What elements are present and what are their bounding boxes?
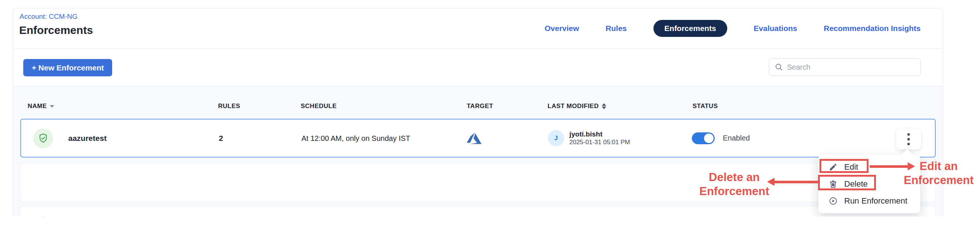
enforcements-page: Account: CCM-NG Enforcements Overview Ru… [0,0,980,239]
sort-both-icon [602,103,606,109]
edit-annotation-line2: Enforcement [899,173,978,187]
column-header-last-modified-label: LAST MODIFIED [547,102,599,110]
enforcements-table: NAME RULES SCHEDULE TARGET LAST MODIFIED… [13,86,943,239]
search-icon [775,63,783,72]
last-modified-cell: J jyoti.bisht 2025-01-31 05:01 PM [548,129,630,147]
edit-highlight-box [819,159,869,173]
column-header-target: TARGET [467,102,493,110]
page-title: Enforcements [19,24,93,37]
edit-annotation-line1: Edit an [899,159,978,173]
menu-item-run-label: Run Enforcement [844,196,907,206]
column-header-name-label: NAME [28,102,47,110]
status-label: Enabled [723,134,750,142]
enforcement-schedule: At 12:00 AM, only on Sunday IST [301,134,410,142]
shield-check-icon [38,133,49,144]
search-input[interactable] [787,63,915,72]
column-header-rules: RULES [218,102,240,110]
page-header: Account: CCM-NG Enforcements Overview Ru… [13,8,943,48]
new-enforcement-button[interactable]: + New Enforcement [23,59,112,76]
column-header-status: STATUS [692,102,718,110]
delete-highlight-box [818,175,876,190]
tab-overview[interactable]: Overview [545,24,579,33]
column-header-schedule: SCHEDULE [301,102,337,110]
row-actions-menu-button[interactable] [896,129,921,149]
tab-evaluations[interactable]: Evaluations [754,24,797,33]
edit-annotation-label: Edit an Enforcement [899,159,978,187]
column-header-name[interactable]: NAME [28,102,54,110]
delete-arrow [774,181,818,183]
column-header-last-modified[interactable]: LAST MODIFIED [547,102,606,110]
modified-timestamp: 2025-01-31 05:01 PM [570,138,630,147]
page-card: Account: CCM-NG Enforcements Overview Ru… [13,8,943,239]
kebab-icon [907,133,910,136]
tab-bar: Overview Rules Enforcements Evaluations … [545,20,921,37]
play-circle-icon [829,197,838,206]
toggle-knob [704,134,714,143]
azure-target-icon [467,131,482,146]
avatar: J [548,130,564,147]
status-cell: Enabled [692,132,750,144]
menu-item-run-enforcement[interactable]: Run Enforcement [818,193,920,209]
enforcement-shield-badge [33,128,53,148]
table-row[interactable]: aazuretest 2 At 12:00 AM, only on Sunday… [20,119,936,158]
screenshot-crop-mask [0,217,980,239]
delete-annotation-line1: Delete an [693,170,776,185]
search-box[interactable] [769,58,921,76]
delete-annotation-label: Delete an Enforcement [693,170,776,198]
tab-rules[interactable]: Rules [606,24,627,33]
tab-recommendation-insights[interactable]: Recommendation Insights [824,24,921,33]
enforcement-name[interactable]: aazuretest [68,134,107,143]
modified-by-user: jyoti.bisht [570,129,630,138]
header-divider [13,48,943,49]
delete-annotation-line2: Enforcement [693,185,776,198]
status-toggle[interactable] [692,132,715,144]
tab-enforcements[interactable]: Enforcements [654,20,727,37]
enforcement-rules-count: 2 [219,134,223,143]
sort-desc-icon [50,105,54,108]
account-breadcrumb[interactable]: Account: CCM-NG [19,13,78,21]
